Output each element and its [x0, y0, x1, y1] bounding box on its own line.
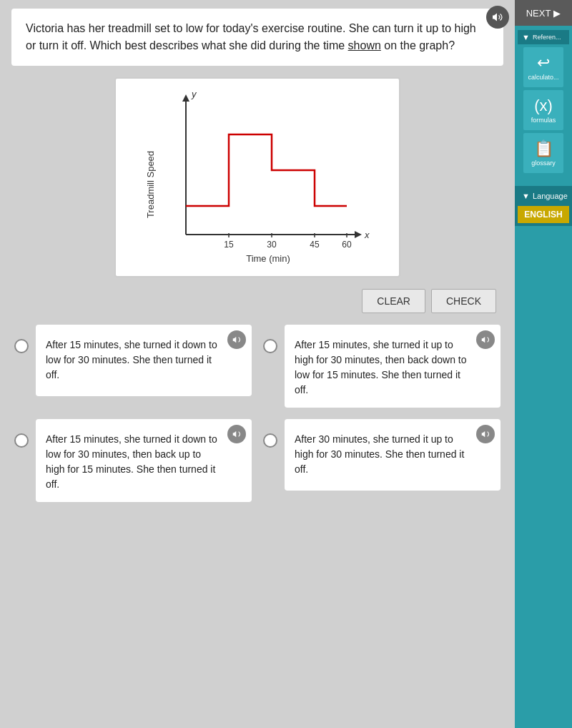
- graph-container: Treadmill Speed Time (min) y x 15 30 45 …: [114, 77, 400, 277]
- option-d-radio[interactable]: [263, 433, 277, 448]
- option-b-text: After 15 minutes, she turned it up to hi…: [295, 338, 490, 398]
- formulas-icon: (x): [534, 97, 553, 115]
- y-axis-title: y: [191, 89, 197, 99]
- option-b-radio[interactable]: [263, 339, 277, 353]
- check-label: CHECK: [446, 295, 481, 307]
- options-grid: After 15 minutes, she turned it down to …: [11, 325, 503, 502]
- next-button[interactable]: NEXT ▶: [515, 0, 572, 26]
- option-a-item: After 15 minutes, she turned it down to …: [14, 325, 252, 408]
- main-content: Victoria has her treadmill set to low fo…: [0, 0, 515, 511]
- option-d-item: After 30 minutes, she turned it up to hi…: [263, 419, 500, 502]
- calculator-button[interactable]: ↩ calculato...: [523, 47, 563, 87]
- option-d-text: After 30 minutes, she turned it up to hi…: [295, 432, 490, 477]
- svg-marker-3: [355, 231, 362, 238]
- lang-triangle-icon: ▼: [522, 192, 530, 200]
- formulas-label: formulas: [531, 117, 556, 124]
- svg-text:45: 45: [310, 240, 320, 250]
- glossary-button[interactable]: 📋 glossary: [523, 133, 563, 173]
- graph-svg: Treadmill Speed Time (min) y x 15 30 45 …: [129, 84, 386, 270]
- svg-marker-2: [182, 94, 189, 102]
- calculator-icon: ↩: [537, 54, 550, 72]
- english-label: ENGLISH: [524, 210, 562, 220]
- y-axis-label: Treadmill Speed: [145, 151, 156, 218]
- svg-text:30: 30: [267, 240, 277, 250]
- language-header[interactable]: ▼ Language: [518, 189, 569, 203]
- question-text-underline: shown: [348, 39, 381, 51]
- option-d-speaker-button[interactable]: [476, 425, 495, 443]
- clear-button[interactable]: CLEAR: [362, 289, 425, 313]
- clear-label: CLEAR: [377, 295, 410, 307]
- svg-text:15: 15: [224, 240, 234, 250]
- english-button[interactable]: ENGLISH: [518, 206, 569, 223]
- x-axis-title: x: [364, 230, 370, 240]
- option-b-card: After 15 minutes, she turned it up to hi…: [285, 325, 500, 408]
- option-d-card: After 30 minutes, she turned it up to hi…: [285, 419, 500, 491]
- option-c-card: After 15 minutes, she turned it down to …: [36, 419, 252, 502]
- formulas-button[interactable]: (x) formulas: [523, 90, 563, 130]
- option-a-text: After 15 minutes, she turned it down to …: [46, 338, 242, 383]
- option-a-card: After 15 minutes, she turned it down to …: [36, 325, 252, 396]
- glossary-label: glossary: [531, 159, 556, 167]
- option-b-speaker-button[interactable]: [476, 330, 495, 349]
- reference-label: Referen...: [533, 34, 561, 41]
- language-label: Language: [533, 192, 568, 200]
- glossary-icon: 📋: [534, 139, 553, 158]
- button-row: CLEAR CHECK: [11, 289, 503, 313]
- x-axis-label: Time (min): [246, 253, 290, 264]
- svg-text:60: 60: [342, 240, 352, 250]
- option-c-item: After 15 minutes, she turned it down to …: [14, 419, 252, 502]
- triangle-icon: ▼: [522, 33, 530, 41]
- language-section: ▼ Language ENGLISH: [515, 186, 572, 226]
- reference-section: ▼ Referen... ↩ calculato... (x) formulas…: [515, 26, 572, 180]
- option-c-radio[interactable]: [14, 433, 29, 448]
- question-box: Victoria has her treadmill set to low fo…: [11, 9, 503, 66]
- option-b-item: After 15 minutes, she turned it up to hi…: [263, 325, 500, 408]
- option-c-text: After 15 minutes, she turned it down to …: [46, 432, 242, 492]
- graph-line: [186, 134, 347, 206]
- reference-header[interactable]: ▼ Referen...: [518, 30, 569, 44]
- calculator-label: calculato...: [528, 74, 558, 81]
- question-speaker-button[interactable]: [486, 6, 509, 29]
- check-button[interactable]: CHECK: [431, 289, 496, 313]
- option-a-radio[interactable]: [14, 339, 29, 353]
- option-c-speaker-button[interactable]: [227, 425, 246, 443]
- option-a-speaker-button[interactable]: [227, 330, 246, 349]
- question-text-part2: on the graph?: [381, 39, 455, 51]
- next-label: NEXT: [526, 8, 551, 19]
- sidebar: NEXT ▶ ▼ Referen... ↩ calculato... (x) f…: [515, 0, 572, 728]
- next-arrow-icon: ▶: [553, 8, 561, 19]
